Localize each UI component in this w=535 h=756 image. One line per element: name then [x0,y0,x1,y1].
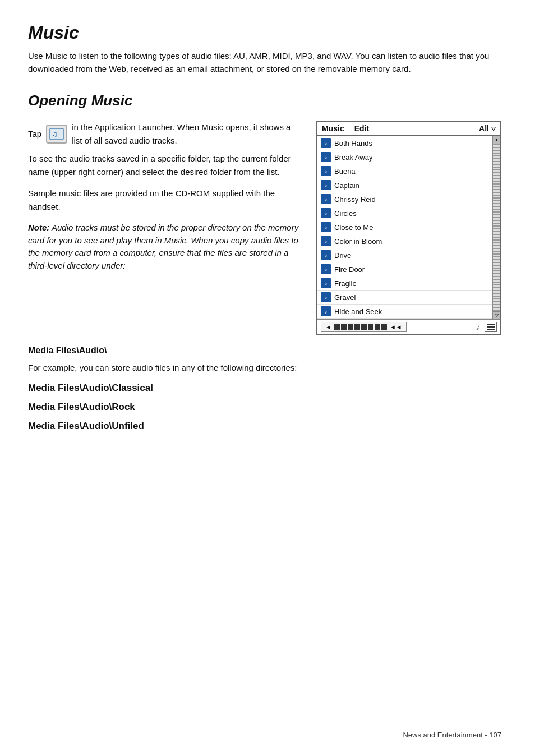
scroll-down-button[interactable]: ▽ [493,311,500,319]
edit-label: Edit [354,124,369,133]
dropdown-arrow-icon[interactable]: ▽ [491,126,496,132]
prog-seg [334,324,340,330]
example-unfiled: Media Files\Audio\Unfiled [28,421,501,432]
all-label[interactable]: All [479,124,489,133]
list-item[interactable]: ♪ Buena [317,164,500,178]
track-name: Drive [334,251,351,260]
scroll-track [493,144,500,311]
track-name: Both Hands [334,139,372,147]
track-icon: ♪ [321,250,331,260]
track-name: Chrissy Reid [334,195,376,204]
list-item[interactable]: ♪ Color in Bloom [317,234,500,248]
track-list: ♪ Both Hands ♪ Break Away ♪ Buena ♪ Capt… [317,136,500,319]
media-files-audio-heading: Media Files\Audio\ [28,345,501,356]
track-name: Captain [334,181,359,190]
track-name: Close to Me [334,223,373,232]
prog-seg [354,324,360,330]
track-name: Circles [334,209,357,218]
app-controls: ◄ ◄◄ ♪ [317,319,500,334]
track-list-container: ♪ Both Hands ♪ Break Away ♪ Buena ♪ Capt… [317,136,500,319]
track-name: Fire Door [334,265,365,274]
playback-controls: ◄ ◄◄ [321,322,407,332]
list-item[interactable]: ♪ Break Away [317,150,500,164]
track-icon: ♪ [321,236,331,246]
folder-para: To see the audio tracks saved in a speci… [28,152,299,179]
track-icon: ♪ [321,138,331,148]
opening-music-title: Opening Music [28,92,501,109]
track-icon: ♪ [321,194,331,204]
intro-paragraph: Use Music to listen to the following typ… [28,50,501,75]
track-icon: ♪ [321,222,331,232]
track-icon: ♪ [321,180,331,190]
svg-text:♫: ♫ [52,130,58,139]
scroll-up-button[interactable]: ▲ [493,136,500,144]
list-item[interactable]: ♪ Drive [317,248,500,262]
tap-row: Tap ♫ in the Application Launcher. When … [28,121,299,147]
for-example-text: For example, you can store audio files i… [28,361,501,375]
list-item[interactable]: ♪ Fire Door [317,262,500,276]
music-label: Music [322,124,344,133]
ctrl-right: ♪ [476,322,497,332]
music-app-icon: ♫ [46,125,67,144]
prog-seg [361,324,367,330]
tap-label: Tap [28,127,41,141]
note-para: Note: Audio tracks must be stored in the… [28,222,299,272]
list-item[interactable]: ♪ Hide and Seek [317,305,500,319]
menu-line [487,324,495,325]
app-header-right: All ▽ [479,124,496,133]
track-icon: ♪ [321,278,331,288]
track-icon: ♪ [321,208,331,218]
list-item[interactable]: ♪ Chrissy Reid [317,192,500,206]
left-column: Tap ♫ in the Application Launcher. When … [28,121,299,280]
scrollbar[interactable]: ▲ ▽ [492,136,500,319]
menu-button[interactable] [485,322,497,332]
tap-text: in the Application Launcher. When Music … [72,121,299,147]
track-name: Fragile [334,279,357,288]
track-name: Color in Bloom [334,237,382,246]
prog-seg [348,324,353,330]
list-item[interactable]: ♪ Captain [317,178,500,192]
list-item[interactable]: ♪ Circles [317,206,500,220]
example-rock: Media Files\Audio\Rock [28,402,501,413]
page-footer: News and Entertainment - 107 [403,731,501,739]
list-item[interactable]: ♪ Gravel [317,291,500,305]
track-icon: ♪ [321,166,331,176]
track-icon: ♪ [321,306,331,316]
list-item[interactable]: ♪ Close to Me [317,220,500,234]
list-item[interactable]: ♪ Both Hands [317,136,500,150]
track-icon: ♪ [321,264,331,274]
note-button[interactable]: ♪ [476,322,480,332]
progress-bar [334,324,387,330]
track-name: Hide and Seek [334,307,382,316]
opening-music-content: Tap ♫ in the Application Launcher. When … [28,121,501,335]
prog-seg [368,324,373,330]
menu-line [487,326,495,328]
page-title: Music [28,22,501,43]
prog-seg [341,324,347,330]
menu-line [487,329,495,330]
list-item[interactable]: ♪ Fragile [317,276,500,291]
track-name: Buena [334,167,356,176]
media-files-section: Media Files\Audio\ For example, you can … [28,345,501,432]
ff-button[interactable]: ◄◄ [388,324,404,330]
prog-seg [381,324,387,330]
sample-para: Sample music files are provided on the C… [28,187,299,214]
track-name: Gravel [334,293,356,302]
track-name: Break Away [334,153,372,162]
app-header-labels: Music Edit [322,124,369,133]
prog-seg [375,324,380,330]
track-icon: ♪ [321,152,331,162]
prev-button[interactable]: ◄ [324,324,333,330]
track-icon: ♪ [321,292,331,302]
app-header: Music Edit All ▽ [317,122,500,136]
music-app-screenshot: Music Edit All ▽ ♪ Both Hands ♪ Break Aw… [316,121,501,335]
example-classical: Media Files\Audio\Classical [28,382,501,394]
